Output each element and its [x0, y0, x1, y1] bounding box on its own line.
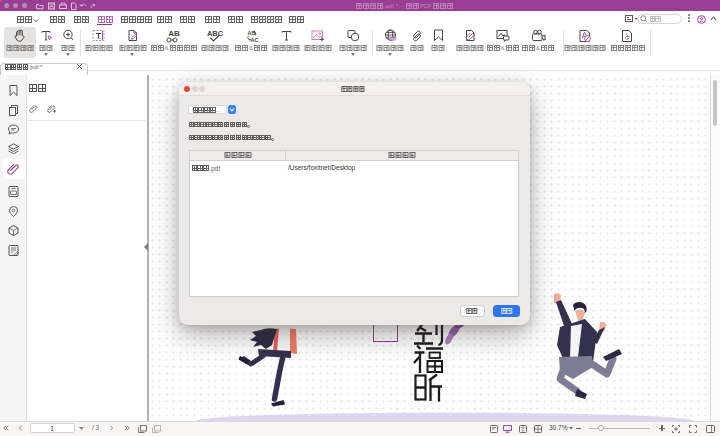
svg-text:Web: Web	[389, 36, 396, 40]
svg-text:AC: AC	[250, 36, 258, 42]
